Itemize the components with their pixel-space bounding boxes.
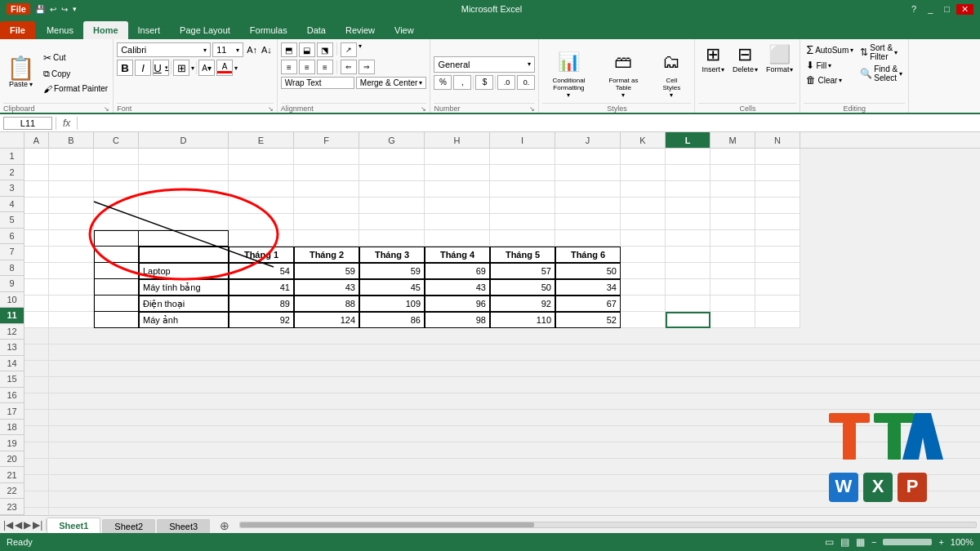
cell-i8[interactable]: 57 <box>490 263 555 279</box>
align-top-center-button[interactable]: ⬓ <box>299 42 315 57</box>
italic-button[interactable]: I <box>135 60 151 76</box>
tab-menus[interactable]: Menus <box>37 21 83 39</box>
row-header-16[interactable]: 16 <box>0 388 24 404</box>
cell-e8[interactable]: 54 <box>229 263 294 279</box>
col-header-h[interactable]: H <box>425 132 490 148</box>
tab-review[interactable]: Review <box>336 21 385 39</box>
number-format-box[interactable]: General ▾ <box>434 56 535 73</box>
merge-center-button[interactable]: Merge & Center ▾ <box>356 77 427 89</box>
cell-g8[interactable]: 59 <box>359 263 425 279</box>
cell-d1[interactable] <box>139 149 229 165</box>
cell-e10[interactable]: 89 <box>229 295 294 312</box>
tab-view[interactable]: View <box>385 21 424 39</box>
cell-i1[interactable] <box>490 149 555 165</box>
row-header-17[interactable]: 17 <box>0 403 24 420</box>
cell-j8[interactable]: 50 <box>555 263 621 279</box>
cell-f2[interactable] <box>294 165 359 181</box>
sort-filter-button[interactable]: ⇅ Sort &Filter ▾ <box>858 42 900 62</box>
format-as-table-button[interactable]: 🗃 Format asTable ▾ <box>599 46 647 100</box>
col-header-l[interactable]: L <box>666 132 710 148</box>
font-size-increase-icon[interactable]: A↑ <box>245 44 259 56</box>
cell-e11[interactable]: 92 <box>229 312 294 328</box>
row-header-10[interactable]: 10 <box>0 292 24 309</box>
cell-n1[interactable] <box>755 149 800 165</box>
quick-save-icon[interactable]: 💾 <box>35 5 45 14</box>
table-header-thang2[interactable]: Tháng 2 <box>294 247 359 263</box>
font-name-box[interactable]: Calibri ▾ <box>117 42 211 57</box>
file-tab[interactable]: File <box>7 3 30 15</box>
cell-m1[interactable] <box>710 149 755 165</box>
tab-page-layout[interactable]: Page Layout <box>170 21 240 39</box>
minimize-icon[interactable]: _ <box>923 4 938 14</box>
border-button[interactable]: ⊞ <box>173 60 189 76</box>
tab-insert[interactable]: Insert <box>128 21 171 39</box>
quick-redo-icon[interactable]: ↪ <box>61 5 68 14</box>
underline-button[interactable]: U▾ <box>153 60 169 76</box>
cell-styles-button[interactable]: 🗂 CellStyles ▾ <box>652 46 691 100</box>
font-color-dropdown[interactable]: ▾ <box>234 64 238 72</box>
wrap-text-button[interactable]: Wrap Text <box>281 77 354 89</box>
cell-f11[interactable]: 124 <box>294 312 359 328</box>
zoom-out-button[interactable]: − <box>871 537 876 547</box>
cell-n2[interactable] <box>755 165 800 181</box>
copy-button[interactable]: ⧉ Copy <box>42 68 109 80</box>
zoom-slider[interactable] <box>883 539 932 545</box>
normal-view-button[interactable]: ▭ <box>825 536 834 548</box>
indent-increase-button[interactable]: ⇒ <box>359 60 375 74</box>
row-header-14[interactable]: 14 <box>0 356 24 372</box>
cell-h8[interactable]: 69 <box>425 263 490 279</box>
cell-d11[interactable]: Máy ảnh <box>139 312 229 328</box>
row-header-3[interactable]: 3 <box>0 180 24 197</box>
font-size-decrease-icon[interactable]: A↓ <box>260 44 274 56</box>
clear-button[interactable]: 🗑 Clear ▾ <box>804 73 844 87</box>
col-header-d[interactable]: D <box>139 132 229 148</box>
tab-formulas[interactable]: Formulas <box>240 21 297 39</box>
col-header-j[interactable]: J <box>555 132 621 148</box>
cell-i2[interactable] <box>490 165 555 181</box>
cell-l11-selected[interactable] <box>666 312 710 328</box>
col-header-m[interactable]: M <box>710 132 755 148</box>
row-header-22[interactable]: 22 <box>0 483 24 500</box>
find-select-button[interactable]: 🔍 Find &Select ▾ <box>858 64 905 83</box>
row-header-9[interactable]: 9 <box>0 276 24 292</box>
cell-b1[interactable] <box>49 149 94 165</box>
sheet-tab-sheet3[interactable]: Sheet3 <box>157 519 210 534</box>
cell-j1[interactable] <box>555 149 621 165</box>
comma-style-button[interactable]: , <box>453 75 471 90</box>
font-size-box[interactable]: 11 ▾ <box>212 42 243 57</box>
col-header-a[interactable]: A <box>24 132 49 148</box>
align-top-left-button[interactable]: ⬒ <box>281 42 297 57</box>
row-header-21[interactable]: 21 <box>0 467 24 483</box>
row-header-7[interactable]: 7 <box>0 244 24 260</box>
increase-decimal-button[interactable]: .0 <box>497 75 515 90</box>
table-header-thang6[interactable]: Tháng 6 <box>555 247 621 263</box>
col-header-c[interactable]: C <box>94 132 139 148</box>
formula-input[interactable] <box>81 118 977 129</box>
row-header-18[interactable]: 18 <box>0 420 24 436</box>
highlight-color-button[interactable]: A▾ <box>198 60 215 76</box>
cell-g2[interactable] <box>359 165 425 181</box>
col-header-e[interactable]: E <box>229 132 294 148</box>
row-header-19[interactable]: 19 <box>0 435 24 451</box>
cell-i9[interactable]: 50 <box>490 279 555 295</box>
cell-g9[interactable]: 45 <box>359 279 425 295</box>
tab-data[interactable]: Data <box>297 21 336 39</box>
cell-d9[interactable]: Máy tính bảng <box>139 279 229 295</box>
page-break-view-button[interactable]: ▦ <box>856 536 865 548</box>
cell-h10[interactable]: 96 <box>425 295 490 312</box>
cell-d2[interactable] <box>139 165 229 181</box>
col-header-k[interactable]: K <box>621 132 666 148</box>
conditional-formatting-button[interactable]: 📊 ConditionalFormatting ▾ <box>542 46 595 100</box>
row-header-5[interactable]: 5 <box>0 212 24 229</box>
h-scrollbar[interactable] <box>236 522 980 528</box>
cell-b2[interactable] <box>49 165 94 181</box>
cell-e2[interactable] <box>229 165 294 181</box>
col-header-f[interactable]: F <box>294 132 359 148</box>
cell-g11[interactable]: 86 <box>359 312 425 328</box>
name-box[interactable] <box>3 117 52 130</box>
col-header-b[interactable]: B <box>49 132 94 148</box>
bold-button[interactable]: B <box>117 60 133 76</box>
align-left-button[interactable]: ≡ <box>281 60 297 74</box>
orientation-dropdown[interactable]: ▾ <box>359 42 362 57</box>
zoom-in-button[interactable]: + <box>938 537 943 547</box>
